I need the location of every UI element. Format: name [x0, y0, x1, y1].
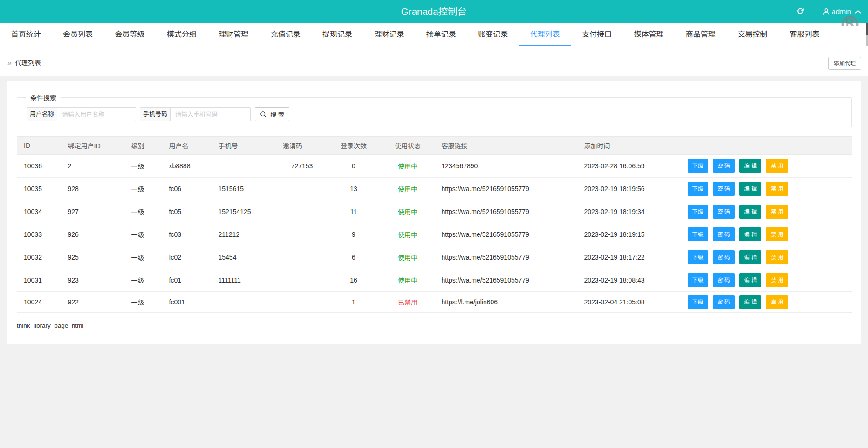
svg-text:R: R: [846, 16, 854, 26]
